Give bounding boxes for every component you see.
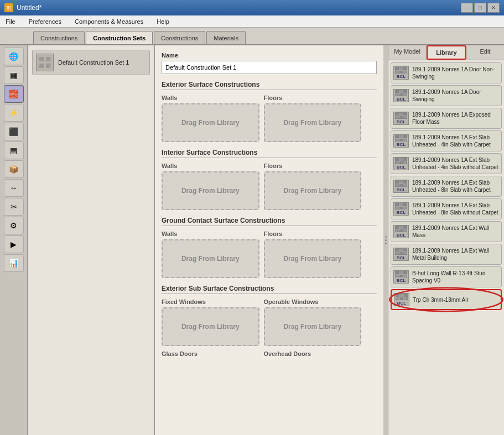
exterior-sub-row: Fixed Windows Drag From Library Operable… <box>162 298 377 346</box>
construction-set-icon <box>36 54 54 71</box>
library-item[interactable]: BCL 189.1-2009 Nonres 1A Door Non-Swingi… <box>391 62 502 83</box>
site-icon[interactable]: 🌐 <box>4 48 24 65</box>
library-item[interactable]: BCL 189.1-2009 Nonres 1A Ext Slab Unheat… <box>391 198 502 219</box>
close-button[interactable]: ✕ <box>487 3 500 13</box>
tab-edit[interactable]: Edit <box>466 45 504 60</box>
tab-construction-sets[interactable]: Construction Sets <box>86 31 153 44</box>
library-item[interactable]: BCL 189.1-2009 Nonres 1A Ext Slab Unheat… <box>391 153 502 174</box>
tab-constructions-main[interactable]: Constructions <box>33 31 85 44</box>
constructions-icon[interactable]: 🧱 <box>4 85 24 103</box>
lib-item-icon: BCL <box>393 270 409 284</box>
measures-icon[interactable]: ✂ <box>4 198 24 216</box>
title-bar-left: ⊞ Untitled* <box>4 3 41 12</box>
dot2 <box>385 239 387 241</box>
refrigeration-icon[interactable]: 📦 <box>4 160 24 178</box>
library-item[interactable]: BCL 189.1-2009 Nonres 1A Ext Slab Unheat… <box>391 130 502 151</box>
library-item[interactable]: BCL 189.1-2009 Nonres 1A Exposed Floor M… <box>391 108 502 129</box>
geometry-icon[interactable]: ↔ <box>4 179 24 197</box>
lib-item-icon: BCL <box>393 202 409 216</box>
settings-icon[interactable]: ⚙ <box>4 217 24 234</box>
overhead-doors-col: Overhead Doors <box>264 350 362 359</box>
fixed-windows-drop[interactable]: Drag From Library <box>162 307 259 346</box>
bottom-labels-row: Glass Doors Overhead Doors <box>162 350 377 359</box>
lib-item-icon: BCL <box>393 157 409 170</box>
ext-floors-drop[interactable]: Drag From Library <box>264 103 362 142</box>
lib-item-name: 189.1-2009 Nonres 1A Ext Slab Unheated -… <box>412 134 499 148</box>
lib-item-icon: BCL <box>393 225 409 238</box>
interior-surface-title: Interior Surface Constructions <box>162 149 377 158</box>
dot3 <box>385 243 387 244</box>
dot1 <box>385 236 387 238</box>
library-item[interactable]: BCL 189.1-2009 Nonres 1A Ext Wall Metal … <box>391 244 502 265</box>
library-item[interactable]: BCL 189.1-2009 Nonres 1A Ext Wall Mass <box>391 221 502 242</box>
menu-components[interactable]: Components & Measures <box>71 17 147 26</box>
gnd-walls-col: Walls Drag From Library <box>162 230 259 278</box>
int-walls-drop[interactable]: Drag From Library <box>162 171 259 210</box>
menu-file[interactable]: File <box>2 17 19 26</box>
right-tab-bar: My Model Library Edit <box>388 45 504 60</box>
lib-item-name: 189.1-2009 Nonres 1A Door Non-Swinging <box>412 66 499 80</box>
library-list[interactable]: BCL 189.1-2009 Nonres 1A Door Non-Swingi… <box>388 60 504 435</box>
int-floors-col: Floors Drag From Library <box>264 163 362 210</box>
ext-walls-drop[interactable]: Drag From Library <box>162 103 259 142</box>
library-item-highlighted[interactable]: BCL Trp Clr 3mm-13mm Air <box>391 289 502 310</box>
library-item[interactable]: BCL B-hut Long Wall R-13 4ft Stud Spacin… <box>391 266 502 287</box>
left-panel: Default Construction Set 1 <box>28 45 155 435</box>
spaces-icon[interactable]: ⬛ <box>4 123 24 140</box>
lib-item-name: 189.1-2009 Nonres 1A Door Swinging <box>412 88 499 103</box>
tab-library[interactable]: Library <box>427 45 466 60</box>
simulation-icon[interactable]: ▶ <box>4 235 24 253</box>
hvac-icon[interactable]: ▤ <box>4 141 24 159</box>
app-icon: ⊞ <box>4 3 13 12</box>
lib-item-name: 189.1-2009 Nonres 1A Ext Wall Mass <box>412 224 499 239</box>
lib-bcl-label: BCL <box>397 74 406 79</box>
lib-bcl-label: BCL <box>397 233 406 238</box>
lib-bcl-label: BCL <box>397 97 406 102</box>
lib-item-name-highlighted: Trp Clr 3mm-13mm Air <box>413 296 469 303</box>
lib-bcl-label: BCL <box>397 119 406 124</box>
svg-rect-3 <box>46 64 50 68</box>
construction-set-item[interactable]: Default Construction Set 1 <box>32 50 150 75</box>
tab-constructions[interactable]: Constructions <box>154 31 205 44</box>
lib-item-name: B-hut Long Wall R-13 4ft Stud Spacing V0 <box>412 270 499 284</box>
ext-floors-label: Floors <box>264 95 362 101</box>
divider <box>383 45 388 435</box>
sidebar: 🌐 ▦ 🧱 ⚡ ⬛ ▤ 📦 ↔ ✂ ⚙ ▶ 📊 <box>0 45 28 435</box>
maximize-button[interactable]: □ <box>474 3 486 13</box>
exterior-surface-row: Walls Drag From Library Floors Drag From… <box>162 95 377 142</box>
name-section: Name <box>162 52 377 74</box>
lib-item-name: 189.1-2009 Nonres 1A Ext Wall Metal Buil… <box>412 247 499 261</box>
lib-item-icon: BCL <box>393 248 409 261</box>
menu-preferences[interactable]: Preferences <box>25 17 65 26</box>
tab-materials[interactable]: Materials <box>206 31 246 44</box>
gnd-walls-drop[interactable]: Drag From Library <box>162 239 259 278</box>
menu-help[interactable]: Help <box>153 17 173 26</box>
right-panel: My Model Library Edit BCL 189.1-2009 Non… <box>388 45 504 435</box>
name-input[interactable] <box>162 61 377 74</box>
lib-item-name: 189.1-2009 Nonres 1A Exposed Floor Mass <box>412 111 499 125</box>
lib-bcl-label: BCL <box>397 210 406 215</box>
operable-windows-col: Operable Windows Drag From Library <box>264 298 362 346</box>
window-title: Untitled* <box>17 4 41 12</box>
gnd-floors-drop[interactable]: Drag From Library <box>264 239 362 278</box>
loads-icon[interactable]: ⚡ <box>4 104 24 122</box>
svg-rect-0 <box>39 57 44 61</box>
schedules-icon[interactable]: ▦ <box>4 66 24 84</box>
results-icon[interactable]: 📊 <box>4 254 24 272</box>
center-panel: Name Exterior Surface Constructions Wall… <box>155 45 383 435</box>
lib-item-icon: BCL <box>394 293 409 306</box>
operable-windows-drop[interactable]: Drag From Library <box>264 307 362 346</box>
library-item[interactable]: BCL 189.1-2009 Nonres 1A Ext Slab Unheat… <box>391 176 502 197</box>
tab-my-model[interactable]: My Model <box>388 45 427 60</box>
int-floors-drop[interactable]: Drag From Library <box>264 171 362 210</box>
name-label: Name <box>162 52 377 59</box>
library-item[interactable]: BCL 189.1-2009 Nonres 1A Door Swinging <box>391 85 502 106</box>
center-scroll[interactable]: Name Exterior Surface Constructions Wall… <box>155 45 383 435</box>
svg-rect-1 <box>46 57 50 61</box>
main-tab-bar: Constructions Construction Sets Construc… <box>0 28 504 45</box>
lib-item-icon: BCL <box>393 134 409 148</box>
minimize-button[interactable]: ─ <box>461 3 473 13</box>
fixed-windows-col: Fixed Windows Drag From Library <box>162 298 259 346</box>
lib-bcl-label: BCL <box>397 165 406 170</box>
exterior-sub-title: Exterior Sub Surface Constructions <box>162 285 377 294</box>
